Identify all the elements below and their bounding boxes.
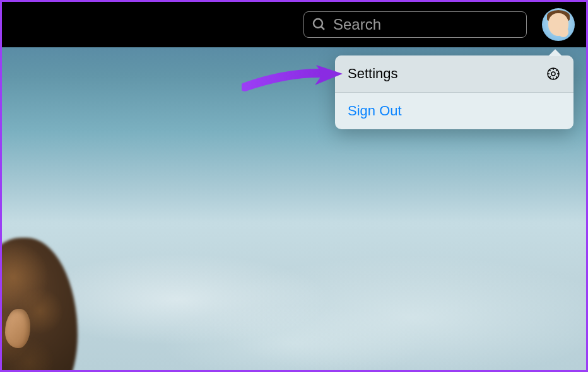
gear-icon (546, 66, 561, 81)
svg-point-3 (551, 72, 555, 76)
svg-line-9 (556, 76, 557, 78)
clouds (2, 194, 586, 370)
search-box[interactable] (303, 11, 527, 38)
dropdown-item-label: Sign Out (348, 103, 402, 119)
dropdown-item-settings[interactable]: Settings (335, 55, 573, 93)
svg-line-8 (550, 70, 551, 71)
svg-line-10 (550, 76, 551, 78)
person-hair (2, 231, 87, 370)
topbar (2, 2, 586, 47)
svg-line-11 (556, 70, 557, 71)
profile-dropdown: Settings Sign Out (335, 55, 573, 129)
person-ear (5, 309, 30, 348)
svg-point-0 (314, 19, 322, 28)
annotation-arrow (242, 65, 346, 96)
dropdown-item-label: Settings (348, 66, 398, 82)
search-input[interactable] (327, 16, 522, 33)
search-icon (312, 17, 327, 32)
svg-line-1 (321, 26, 324, 30)
avatar-hand (558, 27, 568, 37)
avatar[interactable] (542, 8, 575, 41)
dropdown-item-signout[interactable]: Sign Out (335, 93, 573, 129)
